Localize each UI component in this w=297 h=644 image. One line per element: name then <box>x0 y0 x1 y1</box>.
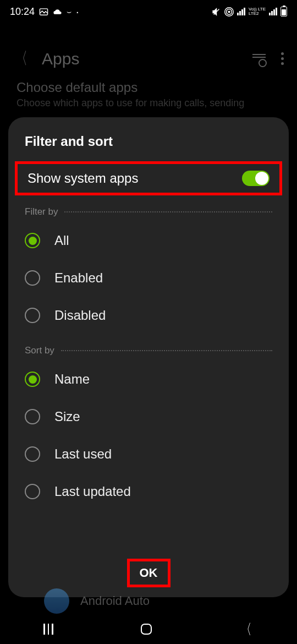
sort-option-last-updated[interactable]: Last updated <box>8 473 289 510</box>
status-bar: 10:24 ⌣ · Vo)) LTE LTE2 <box>0 0 297 23</box>
subtitle: Choose default apps <box>16 80 280 95</box>
filter-option-enabled[interactable]: Enabled <box>8 259 289 297</box>
page-title: Apps <box>42 50 79 68</box>
radio-icon <box>25 270 40 286</box>
status-left: 10:24 ⌣ · <box>10 6 79 18</box>
radio-icon <box>25 409 40 424</box>
smile-icon: ⌣ <box>67 7 72 17</box>
filter-search-icon[interactable] <box>252 54 266 64</box>
page-header: 〈 Apps <box>0 23 297 80</box>
radio-label: Last used <box>54 446 112 462</box>
filter-by-label: Filter by <box>8 195 289 222</box>
nav-back-button[interactable]: 〈 <box>241 620 251 639</box>
subtitle-description: Choose which apps to use for making call… <box>16 97 280 109</box>
nav-home-button[interactable] <box>141 624 152 635</box>
radio-label: Size <box>54 409 80 424</box>
battery-icon <box>280 7 287 17</box>
radio-label: Disabled <box>54 308 106 323</box>
background-app-name: Android Auto <box>80 594 150 608</box>
ok-button-highlight: OK <box>127 559 170 587</box>
show-system-apps-label: Show system apps <box>28 171 138 186</box>
nav-recent-button[interactable] <box>43 624 53 635</box>
show-system-apps-row[interactable]: Show system apps <box>15 161 282 195</box>
radio-icon <box>25 372 40 387</box>
svg-point-1 <box>228 10 230 13</box>
nav-bar: 〈 <box>0 614 297 644</box>
page-subtitle-block: Choose default apps Choose which apps to… <box>0 80 297 109</box>
mute-icon <box>212 7 221 17</box>
radio-icon <box>25 446 40 462</box>
cloud-icon <box>53 7 62 17</box>
lte-indicator: Vo)) LTE LTE2 <box>249 7 266 16</box>
android-auto-icon <box>44 588 69 614</box>
radio-label: Last updated <box>54 484 131 499</box>
radio-label: All <box>54 233 69 248</box>
filter-sort-dialog: Filter and sort Show system apps Filter … <box>8 117 289 597</box>
more-icon[interactable] <box>281 52 284 65</box>
gallery-icon <box>39 7 48 17</box>
ok-button[interactable]: OK <box>140 566 158 580</box>
radio-label: Enabled <box>54 270 103 286</box>
sort-option-size[interactable]: Size <box>8 398 289 435</box>
back-icon[interactable]: 〈 <box>16 47 28 70</box>
status-time: 10:24 <box>10 6 35 18</box>
radio-icon <box>25 484 40 499</box>
sort-option-last-used[interactable]: Last used <box>8 435 289 473</box>
radio-label: Name <box>54 372 90 387</box>
sort-option-name[interactable]: Name <box>8 361 289 398</box>
hotspot-icon <box>224 7 234 17</box>
filter-option-disabled[interactable]: Disabled <box>8 297 289 334</box>
radio-icon <box>25 233 40 248</box>
sort-by-label: Sort by <box>8 334 289 361</box>
filter-option-all[interactable]: All <box>8 222 289 259</box>
signal-icon-1 <box>237 8 245 15</box>
background-app-row: Android Auto <box>44 588 150 614</box>
radio-icon <box>25 308 40 323</box>
dialog-title: Filter and sort <box>8 134 289 161</box>
status-right: Vo)) LTE LTE2 <box>212 7 287 17</box>
show-system-apps-toggle[interactable] <box>242 171 270 186</box>
signal-icon-2 <box>269 8 277 15</box>
notification-dot-icon: · <box>76 6 79 17</box>
